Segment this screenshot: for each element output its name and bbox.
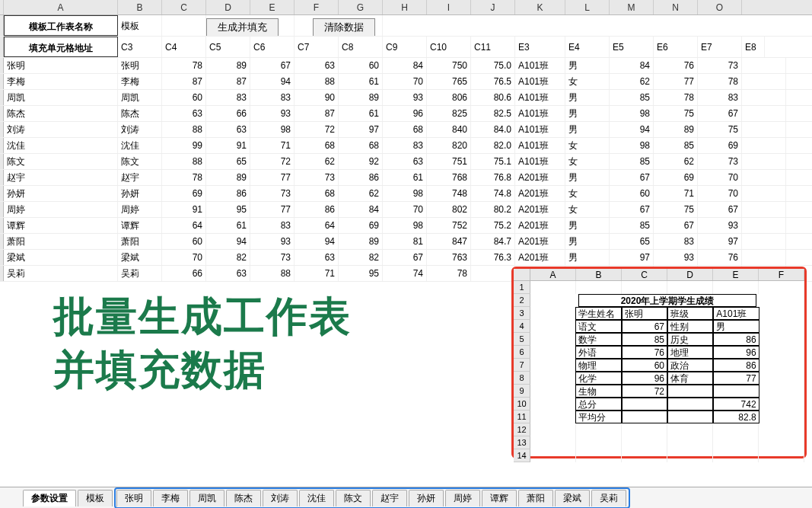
score-cell[interactable]: 60	[610, 186, 654, 201]
class-cell[interactable]: A101班	[515, 122, 565, 137]
gender-cell[interactable]: 男	[565, 106, 610, 121]
score-cell[interactable]: 61	[339, 106, 383, 121]
name-a[interactable]: 沈佳	[4, 138, 118, 153]
score-cell[interactable]: 76.5	[471, 74, 515, 89]
score-cell[interactable]: 82.5	[471, 106, 515, 121]
score-cell[interactable]: 81	[383, 234, 427, 249]
score-cell[interactable]: 88	[162, 122, 206, 137]
gender-cell[interactable]: 男	[565, 234, 610, 249]
inset-cell[interactable]	[759, 398, 804, 411]
inset-cell[interactable]: 化学	[575, 372, 621, 385]
inset-cell[interactable]: 77	[713, 372, 759, 385]
score-cell[interactable]: 62	[339, 186, 383, 201]
score-cell[interactable]: 64	[162, 218, 206, 233]
inset-cell[interactable]: 742	[713, 398, 759, 411]
score-cell[interactable]: 66	[162, 266, 206, 281]
score-cell[interactable]: 80.2	[471, 202, 515, 217]
score-cell[interactable]: 90	[295, 90, 339, 105]
inset-cell[interactable]	[759, 346, 804, 359]
score-cell[interactable]: 78	[427, 266, 471, 281]
name-b[interactable]: 赵宇	[118, 170, 162, 185]
score-cell[interactable]: 60	[162, 90, 206, 105]
col-J[interactable]: J	[471, 0, 515, 14]
score-cell[interactable]: 66	[206, 106, 250, 121]
score-cell[interactable]: 70	[383, 202, 427, 217]
class-cell[interactable]: A201班	[515, 202, 565, 217]
score-cell[interactable]: 91	[206, 138, 250, 153]
score-cell[interactable]: 89	[339, 90, 383, 105]
inset-cell[interactable]: 总分	[575, 398, 621, 411]
col-A[interactable]: A	[4, 0, 118, 14]
score-cell[interactable]: 83	[654, 234, 698, 249]
class-cell[interactable]: A201班	[515, 250, 565, 265]
score-cell[interactable]: 806	[427, 90, 471, 105]
col-I[interactable]: I	[427, 0, 471, 14]
score-cell[interactable]: 78	[698, 74, 742, 89]
inset-cell[interactable]: 平均分	[575, 411, 621, 423]
inset-cell[interactable]	[622, 398, 667, 411]
inset-cell[interactable]	[530, 333, 575, 346]
score-cell[interactable]: 76	[654, 58, 698, 73]
gender-cell[interactable]: 女	[565, 202, 610, 217]
name-b[interactable]: 李梅	[118, 74, 162, 89]
inset-cell[interactable]: 政治	[667, 359, 713, 372]
class-cell[interactable]: A201班	[515, 170, 565, 185]
score-cell[interactable]: 99	[162, 138, 206, 153]
score-cell[interactable]: 89	[206, 170, 250, 185]
gender-cell[interactable]: 男	[565, 170, 610, 185]
score-cell[interactable]: 75.0	[471, 58, 515, 73]
score-cell[interactable]: 98	[383, 218, 427, 233]
inset-cell[interactable]: 张明	[622, 307, 667, 320]
score-cell[interactable]: 88	[162, 154, 206, 169]
score-cell[interactable]: 97	[698, 234, 742, 249]
score-cell[interactable]	[742, 74, 786, 89]
inset-cell[interactable]: 学生姓名	[575, 307, 621, 320]
score-cell[interactable]: 84.0	[471, 122, 515, 137]
inset-cell[interactable]	[530, 372, 575, 385]
inset-cell[interactable]: 物理	[575, 359, 621, 372]
tab-student[interactable]: 赵宇	[372, 490, 407, 506]
tab-student[interactable]: 陈杰	[226, 490, 261, 506]
score-cell[interactable]: 63	[383, 154, 427, 169]
score-cell[interactable]: 825	[427, 106, 471, 121]
col-E[interactable]: E	[250, 0, 295, 14]
generate-fill-button[interactable]: 生成并填充	[206, 18, 279, 36]
score-cell[interactable]: 750	[427, 58, 471, 73]
score-cell[interactable]: 69	[339, 218, 383, 233]
score-cell[interactable]: 89	[339, 234, 383, 249]
name-b[interactable]: 沈佳	[118, 138, 162, 153]
inset-cell[interactable]	[530, 307, 575, 320]
name-a[interactable]: 谭辉	[4, 218, 118, 233]
class-cell[interactable]: A201班	[515, 218, 565, 233]
tab-params[interactable]: 参数设置	[23, 490, 76, 506]
score-cell[interactable]: 68	[339, 138, 383, 153]
score-cell[interactable]: 68	[295, 138, 339, 153]
score-cell[interactable]: 748	[427, 186, 471, 201]
score-cell[interactable]: 97	[610, 250, 654, 265]
score-cell[interactable]: 76	[698, 250, 742, 265]
score-cell[interactable]: 69	[162, 186, 206, 201]
score-cell[interactable]: 67	[250, 58, 295, 73]
inset-cell[interactable]: 96	[622, 372, 667, 385]
inset-cell[interactable]: 数学	[575, 333, 621, 346]
name-b[interactable]: 刘涛	[118, 122, 162, 137]
score-cell[interactable]: 63	[295, 250, 339, 265]
name-b[interactable]: 张明	[118, 58, 162, 73]
inset-cell[interactable]: 86	[713, 333, 759, 346]
score-cell[interactable]: 61	[339, 74, 383, 89]
score-cell[interactable]: 87	[162, 74, 206, 89]
col-B[interactable]: B	[118, 0, 162, 14]
score-cell[interactable]: 85	[610, 90, 654, 105]
tab-student[interactable]: 李梅	[153, 490, 188, 506]
score-cell[interactable]: 751	[427, 154, 471, 169]
score-cell[interactable]: 80.6	[471, 90, 515, 105]
score-cell[interactable]: 82	[339, 250, 383, 265]
col-D[interactable]: D	[206, 0, 250, 14]
score-cell[interactable]: 768	[427, 170, 471, 185]
score-cell[interactable]: 840	[427, 122, 471, 137]
inset-cell[interactable]: 60	[622, 359, 667, 372]
tab-student[interactable]: 吴莉	[591, 490, 626, 506]
inset-cell[interactable]: 82.8	[713, 411, 759, 423]
class-cell[interactable]: A101班	[515, 90, 565, 105]
inset-cell[interactable]	[622, 411, 667, 423]
